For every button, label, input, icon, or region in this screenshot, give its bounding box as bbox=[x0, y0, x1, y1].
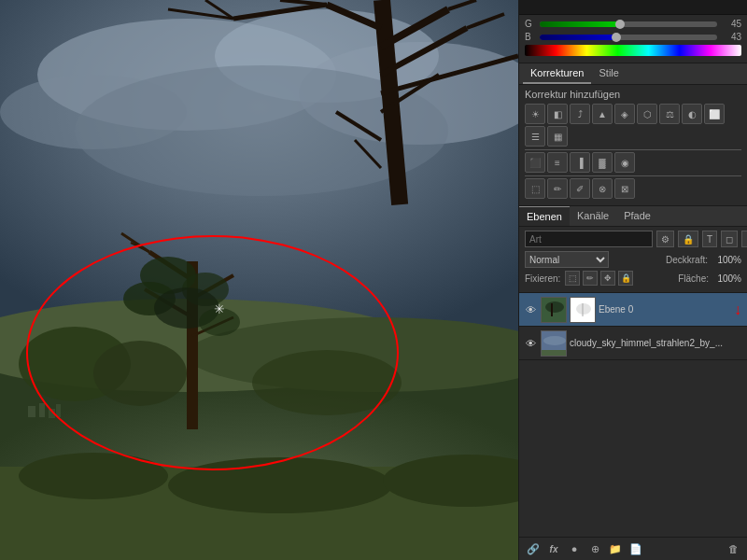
blend-mode-select[interactable]: Normal bbox=[525, 251, 609, 268]
color-balance-icon[interactable]: ⚖ bbox=[659, 104, 680, 124]
threshold-icon[interactable]: ▐ bbox=[570, 152, 590, 173]
g-channel-slider[interactable] bbox=[540, 21, 717, 27]
vibrance-icon[interactable]: ◈ bbox=[614, 104, 635, 124]
b-channel-slider[interactable] bbox=[540, 35, 717, 40]
fx-icon[interactable]: fx bbox=[545, 540, 562, 557]
svg-rect-55 bbox=[542, 350, 567, 357]
svg-point-48 bbox=[545, 301, 564, 313]
ebenen-tabs: Ebenen Kanäle Pfade bbox=[519, 206, 747, 227]
vector-mask-icon[interactable]: ✐ bbox=[570, 178, 590, 199]
g-channel-row: G 45 bbox=[525, 19, 741, 29]
korrekturen-section: Korrektur hinzufügen ☀ ◧ ⤴ ▲ ◈ ⬡ ⚖ ◐ ⬜ ☰… bbox=[519, 85, 747, 206]
divider1 bbox=[525, 149, 741, 150]
b-channel-fill bbox=[540, 35, 616, 40]
correction-icons-row2: ⬛ ≡ ▐ ▓ ◉ bbox=[525, 152, 741, 173]
canvas-image: ✳ bbox=[0, 0, 518, 560]
b-channel-row: B 43 bbox=[525, 32, 741, 42]
svg-rect-42 bbox=[28, 406, 35, 417]
new-fill-layer-icon[interactable]: ⊕ bbox=[586, 540, 603, 557]
tab-ebenen[interactable]: Ebenen bbox=[519, 206, 570, 226]
fix-move-btn[interactable]: ✥ bbox=[600, 271, 615, 286]
layer-0-mask-thumb bbox=[570, 297, 596, 323]
svg-rect-52 bbox=[582, 303, 584, 316]
g-channel-fill bbox=[540, 21, 620, 27]
delete-layer-icon[interactable]: 🗑 bbox=[725, 540, 741, 557]
fix-pixel-btn[interactable]: ✏ bbox=[583, 271, 598, 286]
gradient-map-icon[interactable]: ▓ bbox=[592, 152, 613, 173]
layer-list: 👁 Ebene 0 bbox=[519, 293, 747, 537]
link-layers-icon[interactable]: 🔗 bbox=[525, 540, 542, 557]
ebenen-controls: ⚙ 🔒 T ◻ ⚙ Normal Deckkraft: 100% Fixiere… bbox=[519, 227, 747, 293]
photo-filter-icon[interactable]: ⬜ bbox=[704, 104, 725, 124]
right-panel: G 45 B 43 Korrekturen Stil bbox=[518, 0, 747, 560]
layer-adj-btn[interactable]: ⚙ bbox=[741, 231, 747, 247]
g-channel-label: G bbox=[525, 19, 536, 29]
layer-text-btn[interactable]: T bbox=[702, 231, 717, 247]
layer-0-red-arrow: ↓ bbox=[734, 301, 741, 318]
top-bar bbox=[519, 0, 747, 15]
korrektur-hinzufuegen-label: Korrektur hinzufügen bbox=[525, 89, 741, 100]
svg-point-40 bbox=[168, 457, 392, 513]
channel-mix-icon[interactable]: ☰ bbox=[525, 126, 545, 147]
tab-pfade[interactable]: Pfade bbox=[616, 206, 658, 226]
layer-shape-btn[interactable]: ◻ bbox=[721, 231, 738, 247]
hsl-icon[interactable]: ⬡ bbox=[637, 104, 657, 124]
canvas-area[interactable]: ✳ bbox=[0, 0, 518, 560]
layer-1-visibility[interactable]: 👁 bbox=[523, 336, 538, 351]
b-channel-value: 43 bbox=[721, 32, 741, 42]
b-channel-label: B bbox=[525, 32, 536, 42]
smart-object-icon[interactable]: ⬚ bbox=[525, 178, 545, 199]
layer-search-row: ⚙ 🔒 T ◻ ⚙ bbox=[525, 231, 741, 247]
korrekturen-stile-tabs: Korrekturen Stile bbox=[519, 63, 747, 85]
tab-stile[interactable]: Stile bbox=[591, 63, 626, 84]
svg-rect-49 bbox=[551, 303, 553, 316]
posterize-icon[interactable]: ≡ bbox=[547, 152, 568, 173]
layer-lock-btn[interactable]: 🔒 bbox=[678, 231, 698, 247]
b-channel-thumb[interactable] bbox=[612, 33, 621, 42]
flaeche-label: Fläche: bbox=[678, 273, 709, 284]
exposure-icon[interactable]: ▲ bbox=[592, 104, 613, 124]
g-channel-thumb[interactable] bbox=[615, 20, 625, 29]
color-gradient-bar[interactable] bbox=[525, 45, 741, 56]
add-mask-icon[interactable]: ● bbox=[566, 540, 583, 557]
selective-color-icon[interactable]: ◉ bbox=[614, 152, 635, 173]
svg-point-39 bbox=[19, 453, 168, 499]
apply-mask-icon[interactable]: ⊠ bbox=[614, 178, 635, 199]
layer-search-input[interactable] bbox=[525, 231, 653, 247]
layer-1-name: cloudy_sky_himmel_strahlen2_by_... bbox=[570, 338, 743, 348]
layer-filter-btn[interactable]: ⚙ bbox=[656, 231, 674, 247]
color-lookup-icon[interactable]: ▦ bbox=[547, 126, 568, 147]
clipping-mask-icon[interactable]: ⊗ bbox=[592, 178, 613, 199]
blend-mode-row: Normal Deckkraft: 100% bbox=[525, 251, 741, 268]
correction-icons-row1: ☀ ◧ ⤴ ▲ ◈ ⬡ ⚖ ◐ ⬜ ☰ ▦ bbox=[525, 104, 741, 147]
layer-item-1[interactable]: 👁 cloudy_sky_himmel_strahlen2_by_... bbox=[519, 327, 747, 360]
main-layout: ✳ G 45 B bbox=[0, 0, 747, 560]
new-layer-icon[interactable]: 📄 bbox=[627, 540, 644, 557]
layer-1-thumb bbox=[541, 330, 567, 357]
layer-item-0[interactable]: 👁 Ebene 0 bbox=[519, 293, 747, 327]
tab-korrekturen[interactable]: Korrekturen bbox=[523, 63, 591, 84]
levels-icon[interactable]: ◧ bbox=[547, 104, 568, 124]
layer-0-visibility[interactable]: 👁 bbox=[523, 302, 538, 317]
new-group-icon[interactable]: 📁 bbox=[607, 540, 624, 557]
curves-icon[interactable]: ⤴ bbox=[570, 104, 590, 124]
fixieren-label: Fixieren: bbox=[525, 273, 560, 284]
layer-0-name: Ebene 0 bbox=[599, 304, 743, 315]
opacity-value[interactable]: 100% bbox=[712, 255, 741, 265]
svg-text:✳: ✳ bbox=[214, 301, 225, 316]
layer-0-thumb bbox=[541, 297, 567, 323]
g-channel-value: 45 bbox=[721, 19, 741, 29]
svg-point-36 bbox=[93, 341, 187, 406]
bottom-toolbar: 🔗 fx ● ⊕ 📁 📄 🗑 bbox=[519, 537, 747, 560]
fix-transparent-btn[interactable]: ⬚ bbox=[565, 271, 580, 286]
tab-kanaele[interactable]: Kanäle bbox=[570, 206, 616, 226]
correction-icons-row3: ⬚ ✏ ✐ ⊗ ⊠ bbox=[525, 178, 741, 199]
flaeche-value[interactable]: 100% bbox=[712, 273, 741, 284]
brightness-contrast-icon[interactable]: ☀ bbox=[525, 104, 545, 124]
fix-all-btn[interactable]: 🔒 bbox=[618, 271, 633, 286]
bw-icon[interactable]: ◐ bbox=[682, 104, 702, 124]
opacity-label: Deckkraft: bbox=[666, 255, 708, 265]
mask-icon[interactable]: ✏ bbox=[547, 178, 568, 199]
divider2 bbox=[525, 175, 741, 176]
invert-icon[interactable]: ⬛ bbox=[525, 152, 545, 173]
